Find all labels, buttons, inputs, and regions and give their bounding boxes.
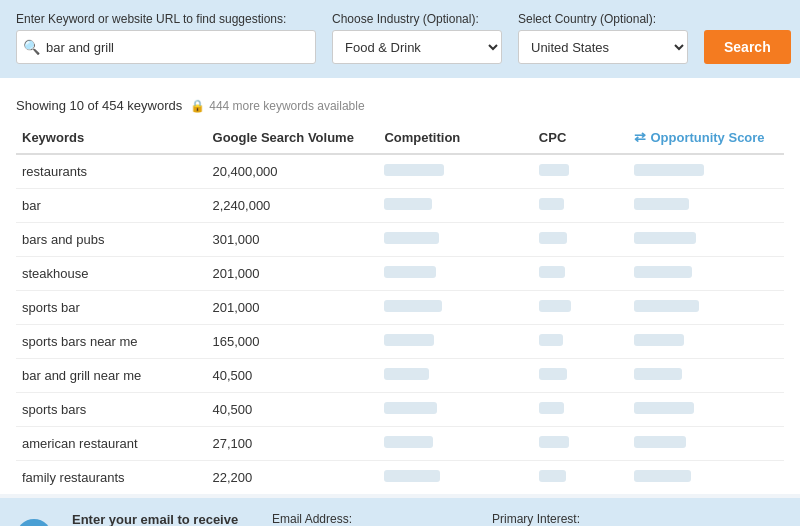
cell-keyword: family restaurants — [16, 461, 207, 495]
blur-opportunity — [634, 232, 696, 244]
keyword-input-wrap: 🔍 — [16, 30, 316, 64]
cell-cpc — [533, 154, 629, 189]
showing-row: Showing 10 of 454 keywords 🔒 444 more ke… — [16, 88, 784, 121]
keyword-field-group: Enter Keyword or website URL to find sug… — [16, 12, 316, 64]
cell-keyword: bar — [16, 189, 207, 223]
blur-cpc — [539, 436, 569, 448]
cell-cpc — [533, 189, 629, 223]
blur-competition — [384, 232, 439, 244]
cell-competition — [378, 154, 532, 189]
cell-competition — [378, 291, 532, 325]
cell-opportunity — [628, 325, 784, 359]
cell-keyword: american restaurant — [16, 427, 207, 461]
table-row: american restaurant 27,100 — [16, 427, 784, 461]
cell-competition — [378, 393, 532, 427]
blur-cpc — [539, 198, 564, 210]
showing-text: Showing 10 of 454 keywords — [16, 98, 182, 113]
blur-opportunity — [634, 300, 699, 312]
blur-opportunity — [634, 368, 682, 380]
industry-label: Choose Industry (Optional): — [332, 12, 502, 26]
cell-competition — [378, 325, 532, 359]
cell-competition — [378, 427, 532, 461]
cell-opportunity — [628, 189, 784, 223]
industry-field-group: Choose Industry (Optional): Food & Drink… — [332, 12, 502, 64]
blur-opportunity — [634, 266, 692, 278]
table-row: family restaurants 22,200 — [16, 461, 784, 495]
blur-cpc — [539, 232, 567, 244]
blur-competition — [384, 368, 429, 380]
table-body: restaurants 20,400,000 bar 2,240,000 — [16, 154, 784, 494]
blur-cpc — [539, 266, 565, 278]
keyword-label: Enter Keyword or website URL to find sug… — [16, 12, 316, 26]
cell-keyword: bars and pubs — [16, 223, 207, 257]
country-select[interactable]: United States Canada United Kingdom Aust… — [518, 30, 688, 64]
keyword-input[interactable] — [46, 40, 309, 55]
cell-keyword: bar and grill near me — [16, 359, 207, 393]
cell-gsv: 2,240,000 — [207, 189, 379, 223]
cell-gsv: 27,100 — [207, 427, 379, 461]
cell-keyword: sports bar — [16, 291, 207, 325]
table-row: bars and pubs 301,000 — [16, 223, 784, 257]
blur-competition — [384, 164, 444, 176]
cell-opportunity — [628, 257, 784, 291]
lock-icon: 🔒 — [190, 99, 205, 113]
header-competition: Competition — [378, 121, 532, 154]
cell-cpc — [533, 359, 629, 393]
footer-interest-section: Primary Interest: PPC SEO — [492, 512, 594, 526]
blur-cpc — [539, 470, 566, 482]
search-small-icon: 🔍 — [23, 39, 40, 55]
cell-gsv: 20,400,000 — [207, 154, 379, 189]
table-row: steakhouse 201,000 — [16, 257, 784, 291]
blur-cpc — [539, 368, 567, 380]
footer-interest-label: Primary Interest: — [492, 512, 594, 526]
cell-cpc — [533, 223, 629, 257]
cell-opportunity — [628, 461, 784, 495]
cell-competition — [378, 223, 532, 257]
keywords-table: Keywords Google Search Volume Competitio… — [16, 121, 784, 494]
header-opportunity: ⇄ Opportunity Score — [628, 121, 784, 154]
blur-opportunity — [634, 402, 694, 414]
blur-cpc — [539, 164, 569, 176]
country-field-group: Select Country (Optional): United States… — [518, 12, 688, 64]
cell-cpc — [533, 257, 629, 291]
blur-competition — [384, 266, 436, 278]
blur-competition — [384, 402, 437, 414]
cell-opportunity — [628, 223, 784, 257]
cell-keyword: sports bars — [16, 393, 207, 427]
cell-keyword: restaurants — [16, 154, 207, 189]
table-header-row: Keywords Google Search Volume Competitio… — [16, 121, 784, 154]
header-gsv: Google Search Volume — [207, 121, 379, 154]
cell-gsv: 40,500 — [207, 359, 379, 393]
cell-cpc — [533, 291, 629, 325]
cell-competition — [378, 461, 532, 495]
header-cpc: CPC — [533, 121, 629, 154]
blur-opportunity — [634, 436, 686, 448]
blur-competition — [384, 436, 433, 448]
country-label: Select Country (Optional): — [518, 12, 688, 26]
cell-cpc — [533, 461, 629, 495]
cell-keyword: steakhouse — [16, 257, 207, 291]
cell-gsv: 301,000 — [207, 223, 379, 257]
header-keywords: Keywords — [16, 121, 207, 154]
footer-bar: ✉ Enter your email to receive all keywor… — [0, 498, 800, 526]
cell-competition — [378, 359, 532, 393]
cell-gsv: 201,000 — [207, 291, 379, 325]
cell-opportunity — [628, 393, 784, 427]
cell-opportunity — [628, 291, 784, 325]
blur-competition — [384, 470, 440, 482]
footer-email-label: Email Address: — [272, 512, 472, 526]
cell-opportunity — [628, 427, 784, 461]
more-keywords-text: 444 more keywords available — [209, 99, 364, 113]
blur-competition — [384, 198, 432, 210]
cell-opportunity — [628, 154, 784, 189]
cell-gsv: 40,500 — [207, 393, 379, 427]
table-row: bar and grill near me 40,500 — [16, 359, 784, 393]
industry-select[interactable]: Food & Drink All Industries Automotive B… — [332, 30, 502, 64]
blur-opportunity — [634, 164, 704, 176]
footer-email-section: Email Address: — [272, 512, 472, 526]
blur-cpc — [539, 300, 571, 312]
table-row: restaurants 20,400,000 — [16, 154, 784, 189]
search-button[interactable]: Search — [704, 30, 791, 64]
table-row: sports bars near me 165,000 — [16, 325, 784, 359]
blur-cpc — [539, 334, 563, 346]
